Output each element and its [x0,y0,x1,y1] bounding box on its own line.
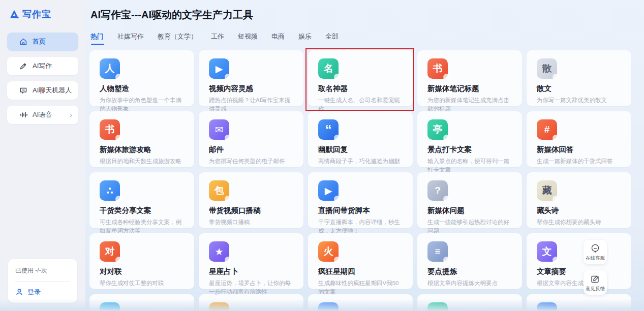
flame-icon: 火 [318,241,339,262]
tab-education[interactable]: 教育（文学） [158,32,197,45]
tool-title: 人物塑造 [100,84,184,94]
tool-card[interactable]: 人 人物塑造 为你故事中的角色塑造一个丰满的人物形象 [89,50,194,106]
horoscope-icon: ★ [209,241,229,262]
tool-card[interactable]: 火 疯狂星期四 生成趣味性的疯狂星期四V我50的文案 [308,233,413,289]
tool-desc: 根据文章内容生成摘要 [537,279,621,288]
tool-title: 疯狂星期四 [318,267,403,276]
sidebar-item-ai-chatbot[interactable]: AI聊天机器人 [7,81,78,100]
tool-desc: 一键生成人名、公司名和爱宠昵称 [318,96,403,113]
logo[interactable]: 写作宝 [9,8,85,20]
feedback-label: 意见反馈 [586,286,605,292]
tool-card[interactable]: 包 带货视频口播稿 带货视频口播稿 [199,172,303,228]
travel-guide-icon: 书 [100,119,120,140]
quote-bubble-icon: “ [318,119,339,140]
tool-card[interactable]: 藏 藏头诗 帮你生成你想要的藏头诗 [527,172,631,228]
tool-card[interactable]: ★ 星座占卜 星座运势，塔罗占卜，让你的每一步行动都富有前瞻性 [199,233,303,289]
outline-icon: ≡ [427,241,448,262]
tool-title: 干货类分享文案 [100,206,184,215]
chat-icon [19,86,27,95]
tool-card[interactable] [199,294,303,311]
tool-card[interactable]: 文 文章摘要 根据文章内容生成摘要 [527,233,631,289]
share-icon: ∴ [100,180,120,201]
login-label: 登录 [27,288,41,297]
tool-desc: 高情商段子手，巧化尴尬为幽默 [318,157,403,166]
tool-grid: 人 人物塑造 为你故事中的角色塑造一个丰满的人物形象 ▶ 视频内容灵感 蹭热点拍… [89,50,631,311]
tab-entertainment[interactable]: 娱乐 [298,32,312,45]
tool-desc: 可生成各种经验类分享文案，例如背单词方法等 [100,218,184,235]
online-service-button[interactable]: 在线客服 [584,240,607,264]
tool-card[interactable]: ▶ 视频内容灵感 蹭热点拍视频？让AI写作宝来提供灵感 [199,50,303,106]
tool-card[interactable]: ▶ 直播间带货脚本 千字直播脚本，内容详细，秒生成，太方便啦！ [308,172,413,228]
feedback-button[interactable]: 意见反馈 [584,270,607,295]
tab-work[interactable]: 工作 [211,32,224,45]
shopping-bag-icon: 包 [209,180,229,201]
tool-desc: 为你故事中的角色塑造一个丰满的人物形象 [100,96,184,113]
tool-card[interactable]: ∴ 干货类分享文案 可生成各种经验类分享文案，例如背单词方法等 [89,172,194,228]
logo-text: 写作宝 [22,8,51,20]
sidebar-item-label: AI聊天机器人 [33,86,72,95]
tool-desc: 为您撰写任何类型的电子邮件 [209,157,293,166]
tab-short-video[interactable]: 短视频 [238,32,258,45]
tool-card[interactable]: 对 对对联 帮你生成对仗工整的对联 [89,233,194,289]
tool-card-highlighted[interactable]: 名 取名神器 一键生成人名、公司名和爱宠昵称 [308,50,413,106]
tool-title: 新媒体笔记标题 [427,84,512,94]
tool-icon [209,302,229,311]
tool-title: 新媒体旅游攻略 [100,145,184,154]
tool-icon [100,302,120,311]
tool-desc: 千字直播脚本，内容详细，秒生成，太方便啦！ [318,218,403,235]
sidebar-item-ai-voice[interactable]: AI语音 › [7,106,78,124]
tool-card[interactable]: ✉ 邮件 为您撰写任何类型的电子邮件 [199,111,303,167]
tool-desc: 为你写一篇文辞优美的散文 [537,96,621,105]
tool-title: 取名神器 [318,84,403,94]
tab-ecommerce[interactable]: 电商 [271,32,285,45]
tool-title: 新媒体回答 [537,145,621,154]
tool-title: 藏头诗 [537,206,621,215]
tab-social-media[interactable]: 社媒写作 [117,32,144,45]
tool-card[interactable]: “ 幽默回复 高情商段子手，巧化尴尬为幽默 [308,111,413,167]
tool-card[interactable] [527,294,631,311]
notes-title-icon: 书 [427,58,448,79]
chevron-right-icon: › [70,111,72,119]
tool-title: 邮件 [209,145,293,154]
tool-title: 带货视频口播稿 [209,206,293,215]
tool-card[interactable]: # 新媒体回答 生成一篇新媒体的干货式回答 [527,111,631,167]
tool-card[interactable]: 亭 景点打卡文案 输入景点的名称，便可得到一篇打卡文章 [417,111,522,167]
floating-actions: 在线客服 意见反馈 [584,240,607,295]
tab-all[interactable]: 全部 [325,32,339,45]
login-button[interactable]: 登录 [15,288,70,297]
main-content: AI写作宝---AI驱动的文字生产力工具 热门 社媒写作 教育（文学） 工作 短… [85,0,644,311]
tool-card[interactable] [308,294,413,311]
sidebar-item-ai-writing[interactable]: AI写作 [7,57,78,75]
landmark-icon: 亭 [427,119,448,140]
tool-card[interactable]: ≡ 要点提炼 根据文章内容提炼大纲要点 [417,233,522,289]
tool-desc: 生成一些能够引起热烈讨论的好问题 [427,218,512,235]
tool-card[interactable] [89,294,194,311]
tool-title: 对对联 [100,267,184,276]
tool-card[interactable]: 书 新媒体旅游攻略 根据目的地和天数生成旅游攻略 [89,111,194,167]
tool-title: 新媒体问题 [427,206,512,215]
tool-desc: 带货视频口播稿 [209,218,293,227]
tab-hot[interactable]: 热门 [90,32,104,45]
audio-wave-icon [19,111,27,119]
tool-desc: 帮你生成对仗工整的对联 [100,279,184,288]
sidebar-item-label: 首页 [33,37,46,46]
page-title: AI写作宝---AI驱动的文字生产力工具 [90,8,631,22]
people-icon: 人 [100,58,120,79]
tool-title: 文章摘要 [537,267,621,276]
hashtag-bubble-icon: # [537,119,557,140]
question-icon: ? [427,180,448,201]
tool-desc: 生成趣味性的疯狂星期四V我50的文案 [318,279,403,296]
tool-card[interactable]: 书 新媒体笔记标题 为您的新媒体笔记生成充满点击欲的标题 [417,50,522,106]
divider [15,281,70,282]
prose-icon: 散 [537,58,557,79]
sidebar-item-label: AI语音 [33,110,52,119]
tool-card[interactable] [417,294,522,311]
sidebar: 写作宝 首页 AI写作 AI聊天机器人 AI语音 › [0,0,85,311]
tool-title: 散文 [537,84,621,94]
mail-icon: ✉ [209,119,229,140]
tool-card[interactable]: ? 新媒体问题 生成一些能够引起热烈讨论的好问题 [417,172,522,228]
sidebar-item-home[interactable]: 首页 [7,33,78,51]
tool-card[interactable]: 散 散文 为你写一篇文辞优美的散文 [527,50,631,106]
sidebar-nav: 首页 AI写作 AI聊天机器人 AI语音 › [0,33,85,124]
user-icon [15,288,23,296]
